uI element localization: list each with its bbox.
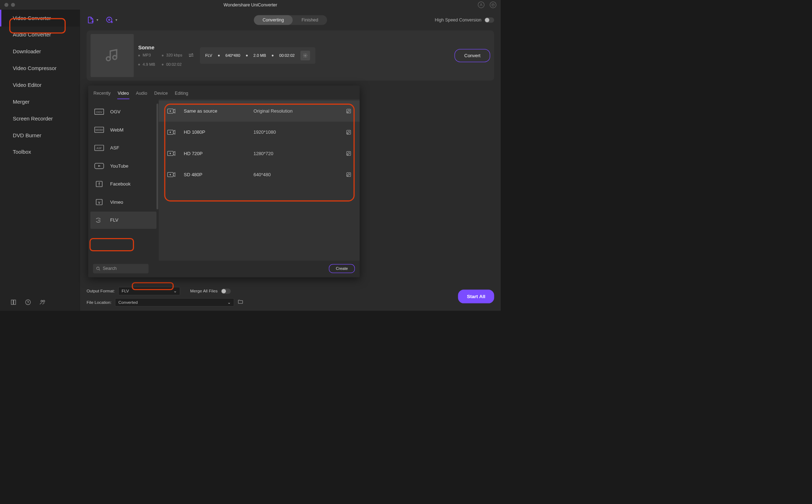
- format-webm[interactable]: WEBM WebM: [90, 121, 157, 138]
- edit-icon[interactable]: [346, 130, 351, 135]
- app-window: Wondershare UniConverter Video Converter…: [0, 0, 501, 311]
- sidebar-item-label: Audio Converter: [13, 32, 51, 38]
- file-duration: 00:02:02: [166, 62, 182, 67]
- sidebar-item-video-compressor[interactable]: Video Compressor: [0, 60, 80, 77]
- high-speed-toggle[interactable]: [485, 18, 494, 23]
- open-folder-icon[interactable]: [238, 299, 243, 306]
- tab-finished[interactable]: Finished: [293, 15, 327, 25]
- youtube-icon: [94, 163, 104, 169]
- gear-icon[interactable]: [301, 51, 310, 60]
- toolbar: ▼ ▼ Converting Finished High Speed Conve…: [80, 10, 501, 30]
- format-popover: Recently Video Audio Device Editing OGV …: [88, 85, 360, 277]
- file-thumbnail: [90, 34, 134, 77]
- account-icon[interactable]: [478, 1, 485, 8]
- share-icon[interactable]: [39, 299, 46, 306]
- sidebar-item-label: Downloader: [13, 49, 41, 55]
- merge-label: Merge All Files: [190, 289, 218, 294]
- search-icon: [96, 266, 100, 271]
- feedback-icon[interactable]: [490, 1, 496, 8]
- tab-converting[interactable]: Converting: [254, 15, 293, 25]
- resolution-item[interactable]: SD 480P 640*480: [159, 164, 360, 185]
- sidebar-footer: [0, 293, 80, 311]
- sidebar-item-dvd-burner[interactable]: DVD Burner: [0, 127, 80, 144]
- resolution-value: 640*480: [253, 172, 338, 177]
- sidebar-item-video-converter[interactable]: Video Converter: [0, 10, 80, 26]
- format-youtube[interactable]: YouTube: [90, 157, 157, 174]
- high-speed-conversion: High Speed Conversion: [435, 18, 494, 23]
- titlebar: Wondershare UniConverter: [0, 0, 501, 10]
- file-location-select[interactable]: Converted ⌄: [115, 298, 234, 306]
- merge-toggle[interactable]: [221, 288, 231, 294]
- svg-point-3: [41, 300, 43, 302]
- format-label: Vimeo: [110, 199, 123, 205]
- format-icon: OGV: [94, 108, 104, 115]
- close-window[interactable]: [4, 3, 8, 7]
- camera-icon: [167, 150, 176, 157]
- resolution-name: SD 480P: [184, 172, 246, 177]
- format-flv[interactable]: FLV: [90, 212, 157, 229]
- pop-tab-video[interactable]: Video: [117, 89, 129, 99]
- out-format: FLV: [205, 53, 212, 58]
- sidebar-item-merger[interactable]: Merger: [0, 93, 80, 110]
- file-meta: Sonne MP3 320 kbps 4.9 MB 00:02:02: [138, 44, 182, 67]
- output-format-label: Output Format:: [86, 289, 115, 294]
- svg-point-6: [109, 19, 110, 20]
- sidebar-item-screen-recorder[interactable]: Screen Recorder: [0, 110, 80, 127]
- format-vimeo[interactable]: v Vimeo: [90, 193, 157, 211]
- chevron-down-icon: ▼: [115, 18, 118, 22]
- convert-button[interactable]: Convert: [455, 49, 490, 62]
- out-duration: 00:02:02: [279, 53, 294, 58]
- out-size: 2.0 MB: [253, 53, 266, 58]
- resolution-item[interactable]: HD 1080P 1920*1080: [159, 122, 360, 143]
- edit-icon[interactable]: [346, 172, 351, 177]
- svg-point-27: [96, 267, 99, 270]
- vimeo-icon: v: [94, 199, 104, 206]
- sidebar-item-toolbox[interactable]: Toolbox: [0, 144, 80, 160]
- sidebar-item-label: Video Editor: [13, 82, 41, 88]
- create-button[interactable]: Create: [329, 264, 355, 273]
- format-label: ASF: [110, 145, 119, 150]
- edit-icon[interactable]: [346, 151, 351, 156]
- search-placeholder: Search: [103, 266, 117, 271]
- pop-tab-device[interactable]: Device: [154, 89, 168, 99]
- format-label: WebM: [110, 127, 123, 133]
- swap-icon: [188, 51, 195, 59]
- guide-icon[interactable]: [10, 299, 17, 306]
- svg-text:v: v: [98, 200, 100, 204]
- format-asf[interactable]: ASF ASF: [90, 139, 157, 157]
- output-settings[interactable]: FLV 640*480 2.0 MB 00:02:02: [200, 47, 315, 64]
- minimize-window[interactable]: [11, 3, 15, 7]
- search-input[interactable]: Search: [93, 264, 148, 273]
- svg-point-7: [304, 55, 306, 56]
- sidebar: Video Converter Audio Converter Download…: [0, 10, 80, 311]
- format-label: FLV: [110, 218, 118, 223]
- sidebar-item-video-editor[interactable]: Video Editor: [0, 77, 80, 94]
- bottombar: Output Format: FLV ⌄ Merge All Files Fil…: [80, 283, 501, 311]
- chevron-down-icon: ⌄: [227, 300, 231, 305]
- format-ogv[interactable]: OGV OGV: [90, 103, 157, 120]
- sidebar-item-audio-converter[interactable]: Audio Converter: [0, 26, 80, 43]
- format-facebook[interactable]: f Facebook: [90, 176, 157, 193]
- file-location-value: Converted: [118, 300, 138, 305]
- edit-icon[interactable]: [346, 108, 351, 114]
- output-format-select[interactable]: FLV ⌄: [118, 287, 180, 295]
- scrollbar[interactable]: [157, 104, 158, 209]
- sidebar-item-label: Merger: [13, 99, 30, 105]
- resolution-item[interactable]: HD 720P 1280*720: [159, 143, 360, 164]
- sidebar-item-downloader[interactable]: Downloader: [0, 43, 80, 60]
- chevron-down-icon: ▼: [96, 18, 99, 22]
- svg-text:WEBM: WEBM: [95, 129, 103, 132]
- pop-tab-audio[interactable]: Audio: [135, 89, 148, 99]
- add-file-button[interactable]: ▼: [86, 16, 99, 24]
- add-dvd-button[interactable]: ▼: [105, 16, 118, 24]
- pop-tab-editing[interactable]: Editing: [174, 89, 189, 99]
- file-title: Sonne: [138, 44, 182, 50]
- pop-tab-recently[interactable]: Recently: [93, 89, 111, 99]
- format-label: YouTube: [110, 163, 128, 169]
- camera-icon: [167, 108, 176, 114]
- svg-text:ASF: ASF: [96, 147, 102, 150]
- format-list: OGV OGV WEBM WebM ASF ASF YouTube f F: [88, 99, 159, 261]
- resolution-item[interactable]: Same as source Original Resolution: [159, 100, 360, 122]
- help-icon[interactable]: [25, 299, 31, 306]
- start-all-button[interactable]: Start All: [458, 290, 494, 303]
